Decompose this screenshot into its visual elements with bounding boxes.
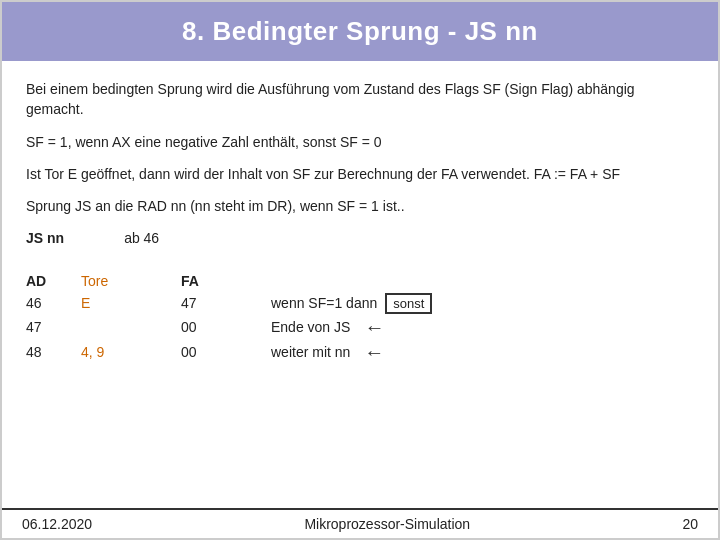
row-46-fa: 47: [181, 295, 271, 311]
row-46-tore: E: [81, 295, 181, 311]
row-46-desc: wenn SF=1 dann sonst: [271, 293, 432, 314]
table-row: 48 4, 9 00 weiter mit nn ←: [26, 341, 694, 364]
sonst-box: sonst: [385, 293, 432, 314]
paragraph-2: SF = 1, wenn AX eine negative Zahl enthä…: [26, 132, 694, 152]
col-header-tore: Tore: [81, 273, 181, 289]
js-nn-row: JS nn ab 46: [26, 228, 694, 260]
slide-content: Bei einem bedingten Sprung wird die Ausf…: [2, 61, 718, 508]
row-47-fa: 00: [181, 319, 271, 335]
row-48-fa: 00: [181, 344, 271, 360]
table-section: AD Tore FA 46 E 47 wenn SF=1 dann sonst …: [26, 273, 694, 366]
col-header-ad: AD: [26, 273, 81, 289]
slide: 8. Bedingter Sprung - JS nn Bei einem be…: [0, 0, 720, 540]
row-46-num: 46: [26, 295, 81, 311]
slide-header: 8. Bedingter Sprung - JS nn: [2, 2, 718, 61]
footer-page: 20: [682, 516, 698, 532]
js-nn-label: JS nn: [26, 230, 64, 246]
table-row: 46 E 47 wenn SF=1 dann sonst: [26, 293, 694, 314]
paragraph-1: Bei einem bedingten Sprung wird die Ausf…: [26, 79, 694, 120]
table-header-row: AD Tore FA: [26, 273, 694, 289]
slide-footer: 06.12.2020 Mikroprozessor-Simulation 20: [2, 508, 718, 538]
ab-label: ab 46: [124, 228, 159, 248]
arrow-47: ←: [364, 316, 384, 339]
table-row: 47 00 Ende von JS ←: [26, 316, 694, 339]
paragraph-3: Ist Tor E geöffnet, dann wird der Inhalt…: [26, 164, 694, 184]
row-47-desc: Ende von JS ←: [271, 316, 384, 339]
row-48-tore: 4, 9: [81, 344, 181, 360]
slide-title: 8. Bedingter Sprung - JS nn: [22, 16, 698, 47]
col-header-fa: FA: [181, 273, 271, 289]
row-47-num: 47: [26, 319, 81, 335]
paragraph-4: Sprung JS an die RAD nn (nn steht im DR)…: [26, 196, 694, 216]
footer-title: Mikroprozessor-Simulation: [304, 516, 470, 532]
footer-date: 06.12.2020: [22, 516, 92, 532]
row-48-desc: weiter mit nn ←: [271, 341, 384, 364]
arrow-48: ←: [364, 341, 384, 364]
row-48-num: 48: [26, 344, 81, 360]
